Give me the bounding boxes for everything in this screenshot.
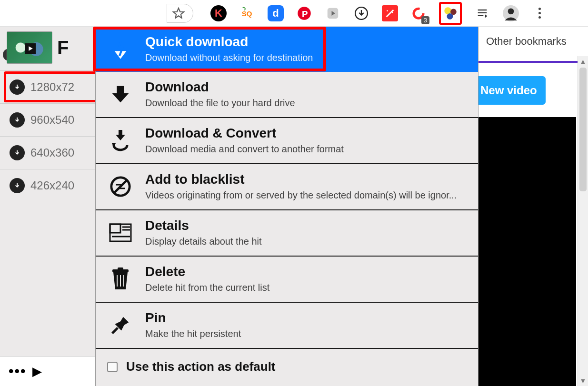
address-star-container [167,4,193,23]
menu-item-pin[interactable]: Pin Make the hit persistent [96,303,478,349]
page-content-right: New video ▲ ▼ [478,56,588,386]
svg-point-7 [387,10,388,11]
lightning-download-icon [107,36,134,62]
download-arrow-icon [107,81,134,108]
vdh-highlight-box [439,2,462,25]
menu-title: Details [145,218,467,233]
bookmarks-bar: Other bookmarks [478,27,588,56]
menu-title: Add to blacklist [145,172,467,187]
download-icon [10,79,25,95]
menu-title: Delete [145,264,467,279]
resolution-item-960[interactable]: 960x540 [0,103,100,136]
svg-point-11 [447,13,453,20]
wand-extension-icon[interactable] [382,5,398,21]
svg-text:SQ: SQ [242,9,252,17]
trash-icon [107,266,134,292]
video-header-row: F [0,27,100,66]
new-video-button[interactable]: New video [476,76,546,105]
download-icon [10,178,25,193]
active-tab-underline [477,61,579,63]
extension-badge-count: 3 [421,16,429,24]
menu-title: Pin [145,310,467,326]
download-convert-icon [107,127,134,154]
svg-text:P: P [302,9,308,19]
action-context-menu: Quick download Download without asking f… [95,27,478,386]
resolution-item-640[interactable]: 640x360 [0,136,100,169]
pinterest-icon[interactable]: P [296,5,312,21]
menu-item-quick-download[interactable]: Quick download Download without asking f… [96,27,478,72]
play-next-icon[interactable]: ▶ [32,364,42,379]
resolution-panel: F 1280x72 960x540 640x360 426x240 ••• ▶ [0,27,100,386]
scrollbar-down-icon[interactable]: ▼ [578,376,588,386]
scrollbar-up-icon[interactable]: ▲ [578,56,588,67]
svg-marker-17 [29,46,32,51]
browser-toolbar: K SQ d P 3 [0,0,588,27]
video-title-letter: F [57,37,69,59]
menu-item-blacklist[interactable]: Add to blacklist Videos originating from… [96,164,478,210]
resolution-label: 426x240 [30,179,74,192]
avatar-icon[interactable] [503,5,519,21]
menu-title: Quick download [145,34,467,49]
vdh-balls-icon[interactable] [442,5,459,22]
star-icon[interactable] [170,5,187,21]
menu-desc: Download media and convert to another fo… [145,144,467,155]
vertical-scrollbar[interactable]: ▲ ▼ [578,56,588,386]
menu-item-download-convert[interactable]: Download & Convert Download media and co… [96,118,478,164]
svg-point-9 [444,7,451,14]
svg-marker-0 [173,8,184,18]
details-icon [107,219,134,246]
svg-rect-24 [110,224,120,233]
resolution-item-426[interactable]: 426x240 [0,169,100,202]
queue-icon[interactable] [474,5,490,21]
k-extension-icon[interactable]: K [210,5,227,21]
svg-point-16 [508,8,514,14]
menu-title: Download & Convert [145,126,467,141]
scrollbar-thumb[interactable] [579,68,587,191]
download-icon [10,112,25,128]
blacklist-icon [107,173,134,200]
video-player-area[interactable] [476,117,576,386]
svg-rect-29 [118,267,123,270]
resolution-item-1280[interactable]: 1280x72 [0,70,100,103]
resolution-label: 960x540 [30,113,74,127]
resolution-list: 1280x72 960x540 640x360 426x240 [0,70,100,202]
svg-point-8 [392,11,393,13]
video-thumbnail[interactable] [7,31,52,64]
default-action-checkbox[interactable] [107,362,118,372]
menu-desc: Download without asking for destination [145,52,467,63]
panel-footer: ••• ▶ [0,356,100,386]
more-icon[interactable]: ••• [9,363,27,379]
other-bookmarks-label[interactable]: Other bookmarks [486,35,567,48]
play-store-icon[interactable] [325,5,341,21]
menu-title: Download [145,79,467,95]
circle-download-icon[interactable] [353,5,369,21]
menu-desc: Make the hit persistent [145,328,467,339]
c-badge-icon[interactable]: 3 [410,5,427,21]
default-action-row[interactable]: Use this action as default [96,349,478,385]
svg-line-20 [114,180,127,193]
menu-desc: Display details about the hit [145,236,467,247]
download-icon [10,145,25,160]
menu-item-details[interactable]: Details Display details about the hit [96,210,478,257]
d-extension-icon[interactable]: d [268,5,284,21]
resolution-label: 1280x72 [30,80,74,94]
default-action-label: Use this action as default [126,359,276,374]
menu-desc: Download the file to your hard drive [145,98,467,109]
play-icon [25,43,36,54]
pin-icon [107,312,134,338]
menu-desc: Videos originating from or served by the… [145,190,467,201]
menu-item-delete[interactable]: Delete Delete hit from the current list [96,257,478,303]
svg-line-33 [112,327,118,333]
resolution-label: 640x360 [30,146,74,159]
menu-desc: Delete hit from the current list [145,282,467,293]
sq-extension-icon[interactable]: SQ [239,5,255,21]
menu-item-download[interactable]: Download Download the file to your hard … [96,72,478,118]
overflow-menu-icon[interactable] [531,5,548,21]
